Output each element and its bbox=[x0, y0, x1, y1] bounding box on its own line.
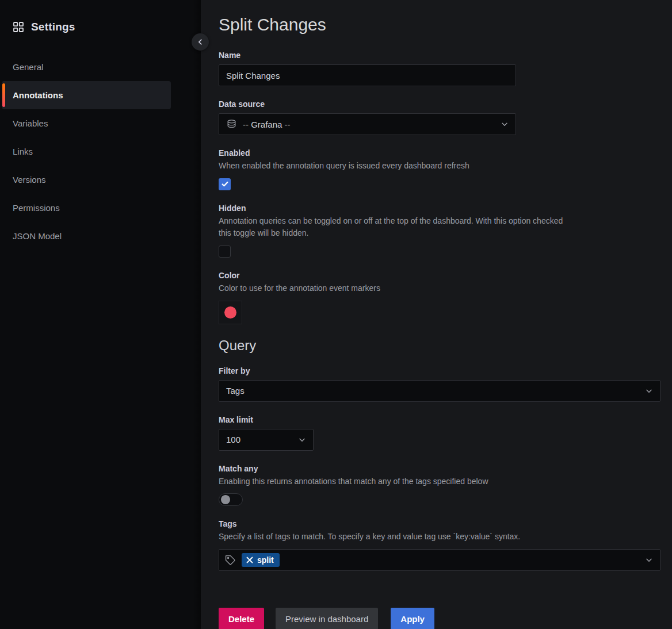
color-label: Color bbox=[219, 271, 660, 280]
color-picker-swatch[interactable] bbox=[219, 301, 242, 324]
tag-chip-split[interactable]: split bbox=[242, 553, 280, 567]
sidebar-title: Settings bbox=[31, 21, 75, 33]
data-source-field-group: Data source -- Grafana -- bbox=[219, 99, 660, 135]
filter-by-field-group: Filter by Tags bbox=[219, 366, 660, 402]
match-any-toggle[interactable] bbox=[219, 493, 243, 506]
chevron-left-icon bbox=[196, 38, 204, 46]
color-field-group: Color Color to use for the annotation ev… bbox=[219, 271, 660, 324]
tags-input[interactable]: split bbox=[219, 549, 660, 571]
sidebar-item-annotations[interactable]: Annotations bbox=[2, 81, 171, 109]
sidebar-header: Settings bbox=[0, 0, 201, 53]
annotation-settings-panel: Split Changes Name Data source -- Grafan… bbox=[201, 0, 672, 629]
chevron-down-icon bbox=[645, 387, 653, 395]
enabled-field-group: Enabled When enabled the annotation quer… bbox=[219, 148, 660, 190]
max-limit-label: Max limit bbox=[219, 415, 660, 424]
sidebar-item-versions[interactable]: Versions bbox=[0, 166, 171, 194]
hidden-label: Hidden bbox=[219, 204, 660, 213]
tag-icon bbox=[225, 555, 236, 566]
filter-by-select[interactable]: Tags bbox=[219, 380, 660, 402]
data-source-value: -- Grafana -- bbox=[243, 120, 501, 129]
hidden-checkbox[interactable] bbox=[219, 246, 231, 258]
sidebar-item-general[interactable]: General bbox=[0, 53, 171, 81]
remove-tag-icon[interactable] bbox=[246, 557, 253, 563]
max-limit-select[interactable]: 100 bbox=[219, 429, 314, 451]
enabled-label: Enabled bbox=[219, 148, 660, 158]
toggle-knob bbox=[221, 495, 230, 504]
query-section-heading: Query bbox=[219, 337, 660, 354]
tags-label: Tags bbox=[219, 519, 660, 528]
sidebar-item-json-model[interactable]: JSON Model bbox=[0, 222, 171, 250]
sidebar-item-links[interactable]: Links bbox=[0, 137, 171, 166]
apply-button[interactable]: Apply bbox=[391, 608, 434, 629]
sidebar-item-permissions[interactable]: Permissions bbox=[0, 194, 171, 222]
name-label: Name bbox=[219, 51, 660, 60]
sidebar-item-variables[interactable]: Variables bbox=[0, 109, 171, 137]
chevron-down-icon bbox=[298, 436, 306, 444]
enabled-description: When enabled the annotation query is iss… bbox=[219, 160, 567, 172]
chevron-down-icon bbox=[645, 556, 653, 564]
chevron-down-icon bbox=[501, 120, 509, 128]
settings-sidebar: Settings General Annotations Variables L… bbox=[0, 0, 201, 629]
name-input[interactable] bbox=[219, 64, 516, 86]
match-any-label: Match any bbox=[219, 464, 660, 473]
filter-by-value: Tags bbox=[226, 386, 645, 396]
enabled-checkbox[interactable] bbox=[219, 178, 231, 190]
match-any-field-group: Match any Enabling this returns annotati… bbox=[219, 464, 660, 507]
data-source-select[interactable]: -- Grafana -- bbox=[219, 113, 516, 135]
max-limit-field-group: Max limit 100 bbox=[219, 415, 660, 451]
match-any-description: Enabling this returns annotations that m… bbox=[219, 475, 567, 488]
apps-grid-icon bbox=[13, 21, 24, 33]
preview-in-dashboard-button[interactable]: Preview in dashboard bbox=[276, 608, 378, 629]
settings-nav: General Annotations Variables Links Vers… bbox=[0, 53, 201, 250]
name-field-group: Name bbox=[219, 51, 660, 86]
database-icon bbox=[226, 119, 237, 130]
delete-button[interactable]: Delete bbox=[219, 608, 264, 629]
max-limit-value: 100 bbox=[226, 435, 298, 444]
tags-description: Specify a list of tags to match. To spec… bbox=[219, 531, 567, 543]
tag-chip-label: split bbox=[257, 555, 274, 565]
annotation-marker-color-dot bbox=[224, 306, 236, 319]
actions-bar: Delete Preview in dashboard Apply bbox=[219, 608, 660, 629]
tags-field-group: Tags Specify a list of tags to match. To… bbox=[219, 519, 660, 571]
collapse-sidebar-button[interactable] bbox=[192, 33, 209, 51]
hidden-field-group: Hidden Annotation queries can be toggled… bbox=[219, 204, 660, 258]
hidden-description: Annotation queries can be toggled on or … bbox=[219, 215, 564, 240]
checkmark-icon bbox=[221, 180, 229, 188]
page-title: Split Changes bbox=[219, 15, 660, 34]
color-description: Color to use for the annotation event ma… bbox=[219, 282, 567, 295]
filter-by-label: Filter by bbox=[219, 366, 660, 375]
data-source-label: Data source bbox=[219, 99, 660, 109]
